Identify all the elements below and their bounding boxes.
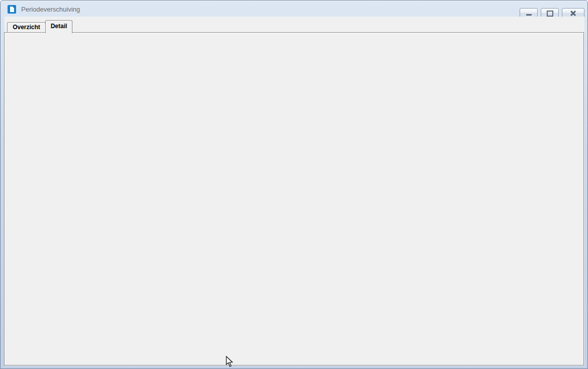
tab-page-detail — [4, 32, 584, 365]
titlebar[interactable]: Periodeverschuiving — [2, 2, 586, 17]
mouse-cursor — [226, 356, 234, 368]
minimize-icon — [526, 14, 532, 16]
close-icon — [570, 11, 576, 16]
app-icon — [8, 5, 16, 14]
tab-detail[interactable]: Detail — [45, 20, 72, 33]
maximize-icon — [547, 11, 553, 17]
document-icon — [10, 7, 14, 12]
window-title: Periodeverschuiving — [21, 6, 80, 13]
tab-overzicht[interactable]: Overzicht — [7, 22, 46, 32]
